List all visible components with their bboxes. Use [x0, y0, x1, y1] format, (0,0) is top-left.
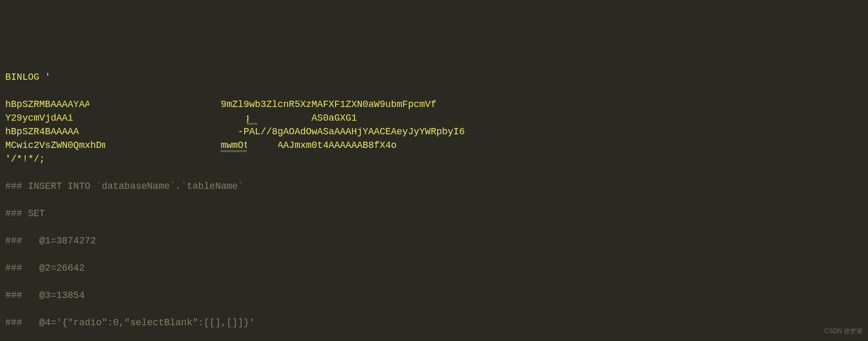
binlog-b64-line: hBpSZR4BAAAAAg -PAL//8gAOAdOwASaAAAHjYAA…: [5, 125, 465, 138]
sql-insert: ### INSERT INTO `databaseName`.`tableNam…: [5, 179, 863, 193]
binlog-b64-line: hBpSZRMBAAAAYAAAABjWmj8AAGAAAAAAAAEADW9m…: [5, 98, 436, 111]
sql-col-2: ### @2=26642: [5, 261, 863, 275]
binlog-output: BINLOG ' hBpSZRMBAAAAYAAAABjWmj8AAGAAAAA…: [5, 57, 863, 341]
watermark: CSDN @梦诺: [824, 324, 863, 338]
sql-col-1: ### @1=3874272: [5, 234, 863, 248]
binlog-b64-line: Y29ycmVjdAAi , g AS0aGXG1: [5, 111, 357, 125]
binlog-b64-line: MCwic2VsZWN0QmxhDms_Ol__ 'JmwmOtf gIAAJm…: [5, 138, 396, 152]
sql-col-4: ### @4='{"radio":0,"selectBlank":[[],[]]…: [5, 316, 863, 329]
binlog-footer: '/*!*/;: [5, 152, 863, 166]
sql-set: ### SET: [5, 207, 863, 220]
sql-col-3: ### @3=13854: [5, 289, 863, 302]
binlog-header: BINLOG ': [5, 70, 863, 84]
